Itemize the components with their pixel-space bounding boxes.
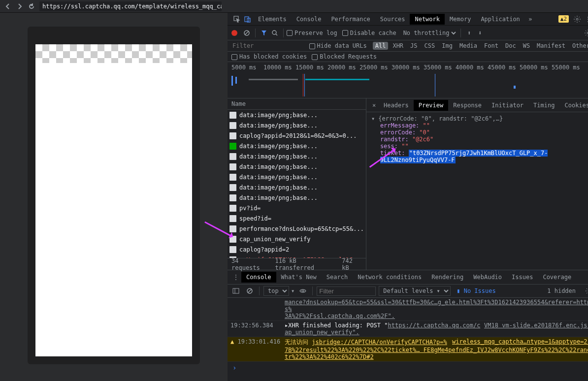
drawer-tab-rendering[interactable]: Rendering [426, 272, 468, 283]
drawer-tab-coverage[interactable]: Coverage [538, 272, 576, 283]
svg-rect-7 [233, 288, 239, 293]
request-row[interactable]: caplog?appid=20128&1=0&2=0&3=0... [228, 130, 366, 141]
tick: 5000 ms [231, 64, 263, 71]
forward-button[interactable] [14, 1, 26, 12]
network-timeline[interactable]: 5000 ms 10000 ms 15000 ms 20000 ms 25000… [228, 62, 588, 98]
file-icon [229, 236, 236, 243]
filter-manifest[interactable]: Manifest [534, 42, 568, 50]
request-row[interactable]: data:image/png;base... [228, 192, 366, 203]
cookies-tab[interactable]: Cookies [559, 100, 588, 111]
console-filter-input[interactable] [317, 286, 376, 296]
clear-console-icon[interactable] [244, 286, 255, 296]
disable-cache-checkbox[interactable]: Disable cache [342, 30, 396, 36]
tab-memory[interactable]: Memory [445, 14, 476, 25]
request-row[interactable]: data:image/png;base... [228, 161, 366, 172]
name-column-header[interactable]: Name [228, 98, 366, 110]
kebab-icon[interactable]: ⋮ [583, 14, 588, 25]
preview-tab[interactable]: Preview [414, 100, 449, 111]
no-issues-link[interactable]: ▮ No Issues [457, 287, 495, 294]
panel-settings-icon[interactable] [583, 28, 588, 38]
tab-performance[interactable]: Performance [326, 14, 375, 25]
drawer-tab-issues[interactable]: Issues [507, 272, 538, 283]
close-icon[interactable]: × [369, 102, 379, 109]
file-icon [229, 184, 236, 191]
filter-media[interactable]: Media [457, 42, 480, 50]
tab-sources[interactable]: Sources [375, 14, 410, 25]
file-icon [229, 215, 236, 222]
back-button[interactable] [2, 1, 14, 12]
upload-har-icon[interactable]: ⬆ [464, 28, 475, 38]
console-settings-icon[interactable] [584, 286, 588, 296]
drawer-tab-whatsnew[interactable]: What's New [276, 272, 322, 283]
throttling-select[interactable]: No throttling [401, 29, 457, 37]
tick: 50000 ms [520, 64, 552, 71]
console-log[interactable]: mance?dnsLookup=65&tcp=55&ssl=30&ttfb=30… [228, 298, 588, 381]
request-row[interactable]: data:image/png;base... [228, 182, 366, 192]
warning-badge[interactable]: ▲2 [558, 15, 569, 23]
initiator-tab[interactable]: Initiator [487, 100, 528, 111]
hide-data-urls-checkbox[interactable]: Hide data URLs [309, 42, 367, 49]
timing-tab[interactable]: Timing [528, 100, 559, 111]
filter-other[interactable]: Other [570, 42, 588, 50]
network-status-bar: 34 requests 116 kB transferred 742 kB [228, 258, 366, 270]
record-button[interactable] [231, 30, 237, 36]
request-row[interactable]: data:image/png;base... [228, 151, 366, 161]
download-har-icon[interactable]: ⬇ [475, 28, 486, 38]
drawer-tab-search[interactable]: Search [322, 272, 353, 283]
response-tab[interactable]: Response [448, 100, 487, 111]
filter-all[interactable]: All [373, 42, 389, 50]
filter-img[interactable]: Img [439, 42, 455, 50]
search-icon[interactable] [269, 28, 280, 38]
context-select[interactable]: top [263, 286, 289, 296]
headers-tab[interactable]: Headers [379, 100, 414, 111]
console-sidebar-icon[interactable] [230, 286, 241, 296]
drawer-close-icon[interactable]: × [585, 274, 588, 281]
request-row[interactable]: speed?id= [228, 213, 366, 223]
drawer-tab-webaudio[interactable]: WebAudio [468, 272, 507, 283]
console-prompt[interactable]: › [228, 362, 588, 374]
tab-network[interactable]: Network [410, 14, 445, 25]
tab-elements[interactable]: Elements [253, 14, 292, 25]
requests-count: 34 requests [231, 257, 268, 271]
network-toolbar: Preserve log Disable cache No throttling… [228, 26, 588, 40]
response-preview[interactable]: ▾ {errorCode: "0", randstr: "@2c6",…} er… [366, 112, 588, 270]
tab-console[interactable]: Console [292, 14, 327, 25]
network-filter-input[interactable] [231, 42, 305, 50]
request-row[interactable]: data:image/png;base... [228, 120, 366, 130]
reload-button[interactable] [26, 1, 37, 12]
transferred-size: 116 kB transferred [275, 257, 335, 271]
request-row[interactable]: performance?dnsLookup=65&tcp=55&... [228, 223, 366, 234]
transparent-region [35, 44, 192, 63]
filter-ws[interactable]: WS [521, 42, 532, 50]
tick: 35000 ms [424, 64, 456, 71]
request-row[interactable]: caplog?appid=2 [228, 244, 366, 254]
request-row[interactable]: cap_union_new_verify [228, 234, 366, 244]
request-row[interactable]: pv?id= [228, 203, 366, 213]
preserve-log-checkbox[interactable]: Preserve log [287, 30, 337, 36]
filter-js[interactable]: JS [408, 42, 420, 50]
drawer-tab-networkconditions[interactable]: Network conditions [353, 272, 426, 283]
filter-css[interactable]: CSS [422, 42, 438, 50]
hidden-count: 1 hidden [547, 287, 576, 294]
blocked-requests-checkbox[interactable]: Blocked Requests [312, 53, 377, 60]
request-row[interactable]: data:image/png;base... [228, 110, 366, 120]
filter-font[interactable]: Font [482, 42, 501, 50]
request-row[interactable]: data:image/png;base... [228, 141, 366, 151]
drawer-tab-console[interactable]: Console [241, 272, 276, 283]
tab-application[interactable]: Application [476, 14, 524, 25]
live-expression-icon[interactable] [297, 286, 308, 296]
device-toggle-icon[interactable] [242, 14, 253, 25]
clear-icon[interactable] [241, 28, 252, 38]
inspect-icon[interactable] [231, 14, 242, 25]
log-levels-select[interactable]: Default levels ▾ [379, 286, 451, 296]
filter-xhr[interactable]: XHR [390, 42, 406, 50]
blocked-cookies-checkbox[interactable]: Has blocked cookies [231, 53, 307, 60]
request-row[interactable]: data:image/png;base... [228, 172, 366, 182]
url-bar[interactable]: https://ssl.captcha.qq.com/template/wire… [39, 1, 222, 11]
filter-doc[interactable]: Doc [503, 42, 519, 50]
filter-icon[interactable] [259, 28, 269, 38]
kebab-icon[interactable]: ⋮ [230, 272, 241, 283]
gear-icon[interactable] [572, 14, 583, 25]
tick: 55000 ms [552, 64, 584, 71]
more-tabs-icon[interactable]: » [525, 14, 536, 25]
